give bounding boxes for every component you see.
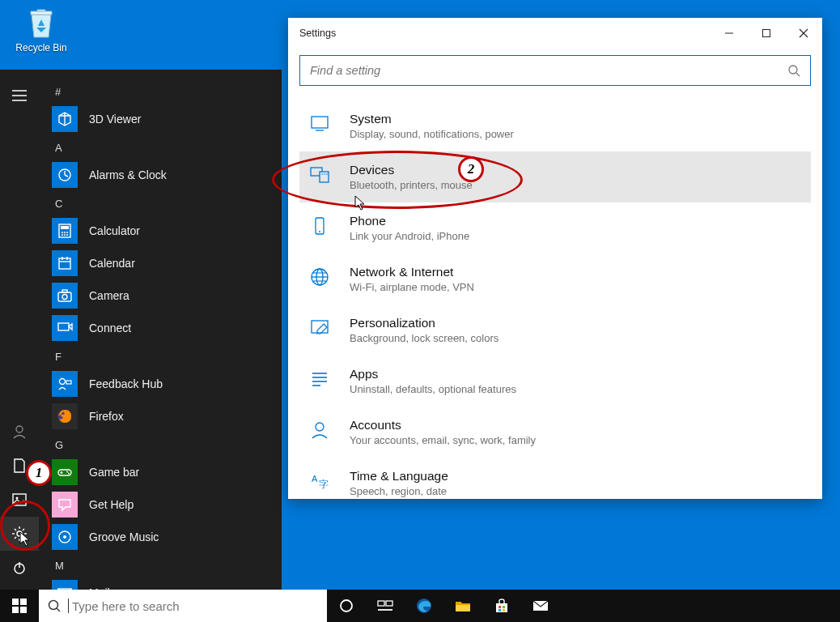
start-app-mail[interactable]: Mail	[45, 577, 275, 590]
settings-category-time-language[interactable]: A字 Time & LanguageSpeech, region, date	[299, 458, 811, 499]
start-list-header-a[interactable]: A	[45, 135, 275, 159]
start-app-get-help[interactable]: Get Help	[45, 488, 275, 521]
start-app-firefox[interactable]: Firefox	[45, 400, 275, 432]
settings-category-personalization[interactable]: PersonalizationBackground, lock screen, …	[299, 305, 811, 356]
settings-title: Settings	[299, 28, 336, 39]
window-close-button[interactable]	[785, 18, 822, 49]
taskbar-start-button[interactable]	[0, 590, 39, 622]
settings-category-accounts[interactable]: AccountsYour accounts, email, sync, work…	[299, 407, 811, 458]
settings-category-apps[interactable]: AppsUninstall, defaults, optional featur…	[299, 356, 811, 407]
mail-icon	[532, 599, 549, 613]
category-title: Devices	[350, 163, 473, 177]
calculator-icon	[52, 218, 78, 244]
svg-rect-71	[20, 607, 27, 613]
settings-titlebar[interactable]: Settings	[288, 18, 822, 49]
app-label: Connect	[89, 322, 131, 334]
taskbar-cortana-button[interactable]	[327, 590, 366, 622]
task-view-icon	[377, 599, 393, 613]
documents-icon	[13, 458, 26, 473]
start-app-game-bar[interactable]: Game bar	[45, 456, 275, 488]
svg-rect-76	[386, 601, 392, 606]
start-menu: # 3D Viewer A Alarms & Clock C Calculato…	[0, 70, 282, 590]
svg-line-9	[23, 537, 24, 539]
settings-search-input[interactable]	[310, 64, 787, 77]
taskbar-search-input[interactable]	[72, 599, 319, 613]
category-subtitle: Speech, region, date	[350, 485, 448, 497]
personalization-icon	[309, 317, 333, 342]
svg-rect-23	[59, 258, 70, 269]
svg-rect-49	[320, 172, 329, 182]
category-title: Phone	[350, 214, 469, 228]
window-minimize-button[interactable]	[711, 18, 748, 49]
settings-category-network[interactable]: Network & InternetWi-Fi, airplane mode, …	[299, 253, 811, 305]
start-app-3d-viewer[interactable]: 3D Viewer	[45, 103, 275, 135]
taskbar-store-button[interactable]	[482, 590, 521, 622]
svg-rect-68	[12, 599, 19, 605]
svg-point-51	[324, 173, 325, 175]
app-label: Game bar	[89, 466, 139, 479]
settings-category-system[interactable]: SystemDisplay, sound, notifications, pow…	[299, 100, 811, 151]
gamebar-icon	[52, 459, 78, 485]
start-menu-hamburger[interactable]	[0, 70, 39, 104]
taskbar-search-box[interactable]	[39, 590, 327, 622]
firefox-icon	[52, 403, 78, 429]
settings-category-list: SystemDisplay, sound, notifications, pow…	[299, 100, 811, 499]
app-label: Calendar	[89, 257, 135, 270]
svg-point-50	[321, 173, 323, 175]
app-label: Groove Music	[89, 530, 159, 543]
svg-line-10	[23, 529, 24, 530]
recycle-bin-label: Recycle Bin	[11, 42, 71, 53]
svg-point-38	[68, 473, 70, 475]
taskbar-mail-button[interactable]	[521, 590, 560, 622]
start-app-calendar[interactable]: Calendar	[45, 247, 275, 279]
start-menu-app-list[interactable]: # 3D Viewer A Alarms & Clock C Calculato…	[39, 70, 282, 590]
taskbar-task-view-button[interactable]	[366, 590, 405, 622]
category-title: Time & Language	[350, 469, 448, 484]
start-list-header-m[interactable]: M	[45, 553, 275, 577]
search-icon	[787, 64, 800, 77]
start-pictures-button[interactable]	[0, 483, 39, 517]
svg-text:A: A	[312, 474, 318, 484]
svg-point-37	[66, 471, 68, 473]
store-icon	[494, 598, 510, 614]
close-icon	[799, 28, 808, 38]
category-subtitle: Your accounts, email, sync, work, family	[350, 434, 536, 446]
start-list-header-f[interactable]: F	[45, 344, 275, 368]
start-app-calculator[interactable]: Calculator	[45, 215, 275, 247]
start-power-button[interactable]	[0, 551, 39, 585]
time-language-icon: A字	[309, 471, 333, 495]
start-list-header-hash[interactable]: #	[45, 79, 275, 103]
feedback-icon	[52, 371, 78, 397]
start-documents-button[interactable]	[0, 449, 39, 483]
power-icon	[12, 560, 27, 575]
app-label: Calculator	[89, 224, 140, 237]
taskbar-file-explorer-button[interactable]	[443, 590, 482, 622]
mail-icon	[52, 580, 78, 590]
window-maximize-button[interactable]	[748, 18, 785, 49]
start-list-header-c[interactable]: C	[45, 191, 275, 215]
app-label: Firefox	[89, 410, 124, 423]
category-subtitle: Uninstall, defaults, optional features	[350, 383, 516, 395]
desktop-icon-recycle-bin[interactable]: Recycle Bin	[11, 5, 71, 53]
taskbar-edge-button[interactable]	[405, 590, 443, 622]
apps-icon	[309, 369, 333, 393]
svg-point-31	[60, 379, 66, 385]
svg-point-20	[62, 234, 63, 236]
start-app-alarms-clock[interactable]: Alarms & Clock	[45, 159, 275, 191]
start-app-feedback-hub[interactable]: Feedback Hub	[45, 368, 275, 400]
start-user-button[interactable]	[0, 415, 39, 449]
start-app-camera[interactable]: Camera	[45, 279, 275, 312]
edge-icon	[415, 597, 433, 615]
svg-rect-69	[20, 599, 27, 605]
settings-category-devices[interactable]: DevicesBluetooth, printers, mouse	[299, 151, 811, 202]
category-title: System	[350, 112, 514, 126]
start-app-groove-music[interactable]: Groove Music	[45, 521, 275, 553]
settings-search-box[interactable]	[299, 55, 811, 86]
app-label: Camera	[89, 289, 129, 302]
svg-rect-46	[312, 117, 328, 128]
start-settings-button[interactable]	[0, 517, 39, 551]
start-list-header-g[interactable]: G	[45, 432, 275, 456]
category-title: Apps	[350, 367, 516, 381]
settings-category-phone[interactable]: PhoneLink your Android, iPhone	[299, 202, 811, 253]
start-app-connect[interactable]: Connect	[45, 312, 275, 344]
